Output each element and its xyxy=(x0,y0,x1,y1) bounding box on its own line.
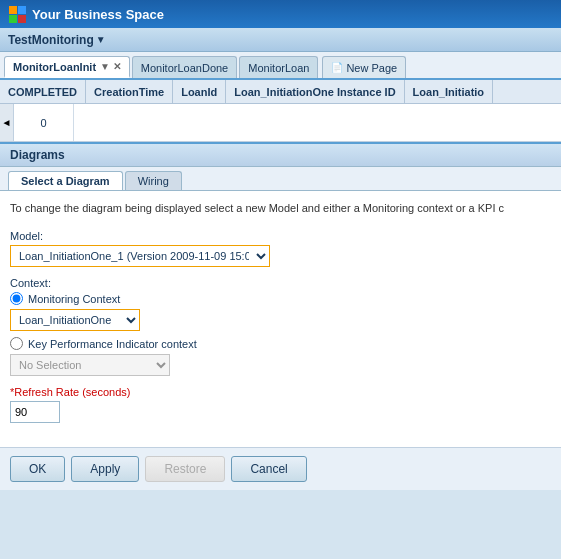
tab-new-page-label: New Page xyxy=(346,62,397,74)
title-bar: Your Business Space xyxy=(0,0,561,28)
cancel-button[interactable]: Cancel xyxy=(231,456,306,482)
kpi-context-radio[interactable] xyxy=(10,337,23,350)
restore-button[interactable]: Restore xyxy=(145,456,225,482)
refresh-rate-row: *Refresh Rate (seconds) xyxy=(10,386,551,423)
tab-monitor-loan[interactable]: MonitorLoan xyxy=(239,56,318,78)
model-row: Model: Loan_InitiationOne_1 (Version 200… xyxy=(10,230,551,267)
grid-cell-1 xyxy=(9,6,17,14)
diagrams-description: To change the diagram being displayed se… xyxy=(10,201,551,216)
diagrams-tab-select[interactable]: Select a Diagram xyxy=(8,171,123,190)
col-header-creation-time: CreationTime xyxy=(86,80,173,103)
data-row: 0 xyxy=(14,104,561,141)
scroll-left-button[interactable]: ◄ xyxy=(0,104,14,141)
kpi-context-select[interactable]: No Selection xyxy=(10,354,170,376)
button-bar: OK Apply Restore Cancel xyxy=(0,447,561,490)
tab-monitor-loan-init-close[interactable]: ▼ ✕ xyxy=(100,61,121,72)
kpi-context-radio-row: Key Performance Indicator context xyxy=(10,337,551,350)
diagrams-content: To change the diagram being displayed se… xyxy=(0,191,561,447)
tab-bar: MonitorLoanInit ▼ ✕ MonitorLoanDone Moni… xyxy=(0,52,561,80)
refresh-rate-input[interactable] xyxy=(10,401,60,423)
tab-monitor-loan-label: MonitorLoan xyxy=(248,62,309,74)
scroll-area: ◄ 0 xyxy=(0,104,561,142)
workspace-name: TestMonitoring xyxy=(8,33,94,47)
monitoring-context-radio-row: Monitoring Context xyxy=(10,292,551,305)
col-header-loan-initiation: Loan_Initiatio xyxy=(405,80,494,103)
monitoring-context-radio[interactable] xyxy=(10,292,23,305)
apply-button[interactable]: Apply xyxy=(71,456,139,482)
monitoring-context-select[interactable]: Loan_InitiationOne xyxy=(10,309,140,331)
tab-new-page[interactable]: 📄 New Page xyxy=(322,56,406,78)
model-label: Model: xyxy=(10,230,551,242)
diagrams-section: Diagrams Select a Diagram Wiring To chan… xyxy=(0,142,561,447)
context-label: Context: xyxy=(10,277,551,289)
grid-cell-4 xyxy=(18,15,26,23)
col-header-completed: COMPLETED xyxy=(0,80,86,103)
workspace-dropdown-arrow[interactable]: ▼ xyxy=(96,34,106,45)
tab-monitor-loan-done-label: MonitorLoanDone xyxy=(141,62,228,74)
grid-icon xyxy=(9,6,26,23)
app-title: Your Business Space xyxy=(32,7,164,22)
kpi-context-label: Key Performance Indicator context xyxy=(28,338,197,350)
col-header-loan-instance-id: Loan_InitiationOne Instance ID xyxy=(226,80,404,103)
tab-monitor-loan-done[interactable]: MonitorLoanDone xyxy=(132,56,237,78)
app-icon xyxy=(8,5,26,23)
diagrams-section-header: Diagrams xyxy=(0,144,561,167)
monitoring-context-label: Monitoring Context xyxy=(28,293,120,305)
grid-cell-3 xyxy=(9,15,17,23)
ok-button[interactable]: OK xyxy=(10,456,65,482)
refresh-rate-label: *Refresh Rate (seconds) xyxy=(10,386,551,398)
diagrams-tab-wiring[interactable]: Wiring xyxy=(125,171,182,190)
tab-monitor-loan-init[interactable]: MonitorLoanInit ▼ ✕ xyxy=(4,56,130,78)
workspace-bar: TestMonitoring ▼ xyxy=(0,28,561,52)
diagrams-tabs: Select a Diagram Wiring xyxy=(0,167,561,191)
column-headers: COMPLETED CreationTime LoanId Loan_Initi… xyxy=(0,80,561,104)
grid-cell-2 xyxy=(18,6,26,14)
data-cell-value: 0 xyxy=(14,104,74,141)
model-select[interactable]: Loan_InitiationOne_1 (Version 2009-11-09… xyxy=(10,245,270,267)
tab-monitor-loan-init-label: MonitorLoanInit xyxy=(13,61,96,73)
col-header-loan-id: LoanId xyxy=(173,80,226,103)
context-row: Context: Monitoring Context Loan_Initiat… xyxy=(10,277,551,376)
